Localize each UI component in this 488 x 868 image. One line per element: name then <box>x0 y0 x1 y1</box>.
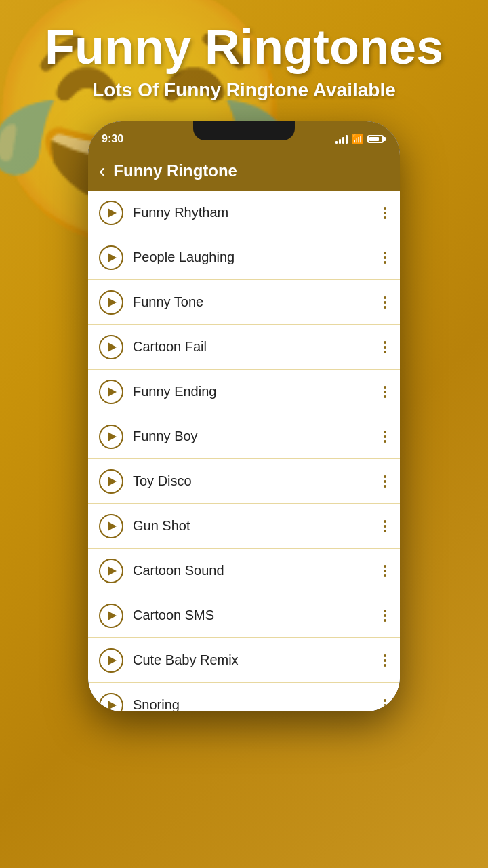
more-options-button[interactable] <box>381 425 389 448</box>
app-bar: ‹ Funny Ringtone <box>88 151 400 191</box>
list-item[interactable]: Funny Rhytham <box>88 191 400 235</box>
play-icon <box>108 208 117 218</box>
battery-icon <box>367 135 384 143</box>
more-options-button[interactable] <box>381 559 389 583</box>
ringtone-name: Snoring <box>133 697 381 711</box>
play-icon <box>108 387 117 397</box>
status-time: 9:30 <box>102 133 123 145</box>
list-item[interactable]: Funny Ending <box>88 370 400 414</box>
ringtone-name: Gun Shot <box>133 518 381 534</box>
ringtone-name: Cartoon Fail <box>133 339 381 355</box>
list-item[interactable]: Cartoon Fail <box>88 325 400 370</box>
ringtone-name: Cute Baby Remix <box>133 652 381 668</box>
list-item[interactable]: Cartoon SMS <box>88 593 400 638</box>
ringtone-name: Cartoon SMS <box>133 608 381 623</box>
play-button[interactable] <box>99 380 123 404</box>
page-subtitle: Lots Of Funny Ringtone Available <box>14 79 474 101</box>
play-button[interactable] <box>99 245 123 270</box>
play-icon <box>108 611 117 620</box>
page-title: Funny Ringtones <box>14 20 474 74</box>
play-icon <box>108 342 117 352</box>
play-icon <box>108 521 117 531</box>
more-options-button[interactable] <box>381 291 389 314</box>
wifi-icon: 📶 <box>352 134 363 144</box>
more-options-button[interactable] <box>381 694 389 712</box>
play-icon <box>108 701 117 710</box>
signal-icon <box>336 134 348 144</box>
back-button[interactable]: ‹ <box>99 161 105 180</box>
list-item[interactable]: Gun Shot <box>88 504 400 549</box>
phone-screen: 9:30 📶 ‹ Funny Ringtone <box>88 121 400 711</box>
list-item[interactable]: Cute Baby Remix <box>88 638 400 683</box>
play-button[interactable] <box>99 693 123 712</box>
app-bar-title: Funny Ringtone <box>113 161 237 180</box>
play-button[interactable] <box>99 604 123 628</box>
more-options-button[interactable] <box>381 246 389 269</box>
ringtone-name: Toy Disco <box>133 473 381 489</box>
list-item[interactable]: Cartoon Sound <box>88 549 400 593</box>
play-icon <box>108 656 117 665</box>
play-icon <box>108 253 117 262</box>
list-item[interactable]: Funny Tone <box>88 280 400 325</box>
play-button[interactable] <box>99 290 123 315</box>
play-button[interactable] <box>99 559 123 583</box>
header-section: Funny Ringtones Lots Of Funny Ringtone A… <box>0 0 488 115</box>
play-button[interactable] <box>99 425 123 449</box>
more-options-button[interactable] <box>381 604 389 627</box>
status-icons: 📶 <box>336 134 384 144</box>
play-icon <box>108 477 117 486</box>
play-icon <box>108 566 117 576</box>
phone-notch <box>193 121 295 140</box>
play-icon <box>108 432 117 441</box>
more-options-button[interactable] <box>381 649 389 672</box>
ringtone-name: Funny Rhytham <box>133 205 381 220</box>
more-options-button[interactable] <box>381 515 389 538</box>
list-item[interactable]: Toy Disco <box>88 459 400 504</box>
list-item[interactable]: Snoring <box>88 683 400 711</box>
play-button[interactable] <box>99 201 123 225</box>
ringtone-list: Funny Rhytham People Laughing Funny Tone <box>88 191 400 711</box>
ringtone-name: People Laughing <box>133 250 381 265</box>
ringtone-name: Funny Ending <box>133 384 381 399</box>
play-button[interactable] <box>99 469 123 494</box>
play-button[interactable] <box>99 514 123 538</box>
more-options-button[interactable] <box>381 380 389 403</box>
list-item[interactable]: People Laughing <box>88 235 400 280</box>
list-item[interactable]: Funny Boy <box>88 414 400 459</box>
ringtone-name: Cartoon Sound <box>133 563 381 578</box>
more-options-button[interactable] <box>381 201 389 224</box>
more-options-button[interactable] <box>381 470 389 493</box>
play-button[interactable] <box>99 335 123 359</box>
ringtone-name: Funny Boy <box>133 429 381 444</box>
play-icon <box>108 298 117 307</box>
more-options-button[interactable] <box>381 336 389 359</box>
play-button[interactable] <box>99 648 123 673</box>
ringtone-name: Funny Tone <box>133 294 381 310</box>
phone-frame: 9:30 📶 ‹ Funny Ringtone <box>88 121 400 711</box>
